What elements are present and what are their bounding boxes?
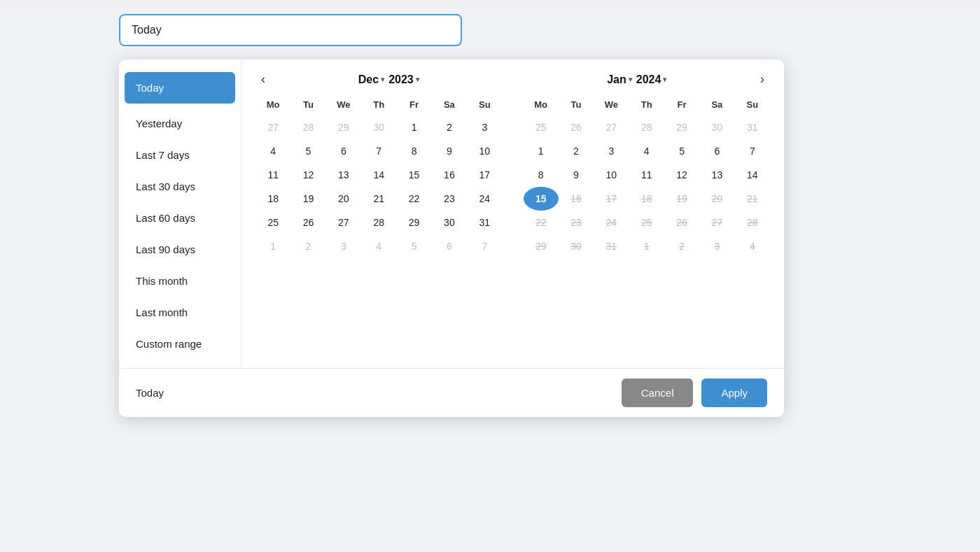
calendar-day[interactable]: 26	[559, 115, 594, 139]
calendar-right: Jan▾ 2024▾ › MoTuWeThFrSaSu 252627282930…	[524, 71, 771, 258]
calendar-day[interactable]: 11	[629, 163, 664, 187]
calendar-day[interactable]: 29	[396, 211, 431, 234]
calendar-day[interactable]: 1	[524, 139, 559, 163]
calendar-day[interactable]: 23	[432, 187, 467, 211]
calendar-day[interactable]: 12	[664, 163, 699, 187]
calendar-right-grid: MoTuWeThFrSaSu 2526272829303112345678910…	[524, 97, 771, 258]
calendar-day[interactable]: 10	[467, 139, 502, 163]
calendar-day[interactable]: 12	[290, 163, 326, 187]
calendar-day[interactable]: 6	[326, 139, 361, 163]
calendar-day[interactable]: 21	[361, 187, 396, 211]
calendar-day[interactable]: 25	[255, 211, 290, 234]
calendar-day: 16	[559, 187, 594, 211]
calendar-day[interactable]: 3	[594, 139, 629, 163]
calendar-day[interactable]: 18	[255, 187, 290, 211]
calendar-day[interactable]: 13	[699, 163, 734, 187]
calendar-day[interactable]: 1	[396, 115, 431, 139]
page-wrapper: TodayYesterdayLast 7 daysLast 30 daysLas…	[0, 7, 980, 552]
date-range-input[interactable]	[119, 14, 462, 46]
calendar-day[interactable]: 27	[255, 115, 290, 139]
calendar-day: 20	[699, 187, 734, 211]
calendar-day[interactable]: 16	[432, 163, 467, 187]
calendar-day[interactable]: 2	[290, 234, 326, 258]
calendar-day[interactable]: 11	[255, 163, 290, 187]
calendar-day[interactable]: 7	[361, 139, 396, 163]
calendar-day[interactable]: 8	[396, 139, 431, 163]
calendar-day[interactable]: 27	[594, 115, 629, 139]
calendar-week-row: 18192021222324	[255, 187, 503, 211]
calendar-day[interactable]: 15	[524, 187, 559, 211]
calendars-row: ‹ Dec▾ 2023▾ MoTuWeThFrSaSu	[255, 71, 770, 258]
cancel-button[interactable]: Cancel	[622, 378, 694, 407]
right-year-arrow: ▾	[663, 76, 666, 83]
calendar-day[interactable]: 2	[432, 115, 467, 139]
sidebar-item-today[interactable]: Today	[125, 72, 235, 104]
calendar-day[interactable]: 4	[255, 139, 290, 163]
calendar-day[interactable]: 6	[432, 234, 467, 258]
weekday-header: We	[326, 97, 361, 115]
weekday-header: Su	[467, 97, 502, 115]
calendar-day[interactable]: 7	[735, 139, 770, 163]
calendar-day[interactable]: 26	[290, 211, 326, 234]
next-month-button[interactable]: ›	[755, 71, 770, 88]
calendar-day[interactable]: 30	[699, 115, 734, 139]
sidebar-item-thismonth[interactable]: This month	[119, 265, 241, 297]
calendar-day[interactable]: 5	[290, 139, 326, 163]
weekday-header: Fr	[396, 97, 431, 115]
left-year: 2023	[388, 73, 414, 86]
calendar-day[interactable]: 1	[255, 234, 290, 258]
calendar-day: 24	[594, 211, 629, 234]
calendar-day[interactable]: 17	[467, 163, 502, 187]
calendar-week-row: 2930311234	[524, 234, 771, 258]
calendar-day[interactable]: 5	[664, 139, 699, 163]
calendar-day[interactable]: 31	[735, 115, 770, 139]
calendar-day[interactable]: 14	[361, 163, 396, 187]
calendar-day: 25	[629, 211, 664, 234]
footer-buttons: Cancel Apply	[622, 378, 767, 407]
calendar-left: ‹ Dec▾ 2023▾ MoTuWeThFrSaSu	[255, 71, 503, 258]
calendar-day[interactable]: 4	[629, 139, 664, 163]
calendar-day[interactable]: 22	[396, 187, 431, 211]
calendar-day[interactable]: 6	[699, 139, 734, 163]
calendar-day[interactable]: 5	[396, 234, 431, 258]
calendar-day[interactable]: 27	[326, 211, 361, 234]
calendar-day[interactable]: 9	[432, 139, 467, 163]
sidebar-item-lastmonth[interactable]: Last month	[119, 297, 241, 328]
calendar-day: 29	[524, 234, 559, 258]
sidebar-item-last60[interactable]: Last 60 days	[119, 202, 241, 234]
calendar-day[interactable]: 29	[326, 115, 361, 139]
calendar-day[interactable]: 15	[396, 163, 431, 187]
calendar-day[interactable]: 9	[559, 163, 594, 187]
calendar-day[interactable]: 29	[664, 115, 699, 139]
calendar-day[interactable]: 2	[559, 139, 594, 163]
calendar-day[interactable]: 10	[594, 163, 629, 187]
sidebar-item-yesterday[interactable]: Yesterday	[119, 108, 241, 139]
calendar-day[interactable]: 7	[467, 234, 502, 258]
calendar-day[interactable]: 30	[361, 115, 396, 139]
picker-body: TodayYesterdayLast 7 daysLast 30 daysLas…	[119, 59, 784, 368]
calendar-day[interactable]: 28	[629, 115, 664, 139]
calendar-day[interactable]: 8	[524, 163, 559, 187]
sidebar-item-last7[interactable]: Last 7 days	[119, 139, 241, 171]
calendar-day[interactable]: 19	[290, 187, 326, 211]
calendar-day[interactable]: 31	[467, 211, 502, 234]
calendar-day[interactable]: 30	[432, 211, 467, 234]
calendar-day[interactable]: 25	[524, 115, 559, 139]
apply-button[interactable]: Apply	[701, 378, 767, 407]
calendar-day[interactable]: 24	[467, 187, 502, 211]
calendar-day[interactable]: 3	[326, 234, 361, 258]
calendar-day[interactable]: 28	[290, 115, 326, 139]
prev-month-button[interactable]: ‹	[255, 71, 271, 88]
weekday-header: Fr	[664, 97, 699, 115]
calendar-day: 4	[735, 234, 770, 258]
calendar-day[interactable]: 4	[361, 234, 396, 258]
weekday-header: Tu	[290, 97, 326, 115]
sidebar-item-customrange[interactable]: Custom range	[119, 328, 241, 360]
calendar-day[interactable]: 3	[467, 115, 502, 139]
calendar-day[interactable]: 28	[361, 211, 396, 234]
calendar-day[interactable]: 14	[735, 163, 770, 187]
sidebar-item-last90[interactable]: Last 90 days	[119, 234, 241, 265]
sidebar-item-last30[interactable]: Last 30 days	[119, 171, 241, 202]
calendar-day[interactable]: 13	[326, 163, 361, 187]
calendar-day[interactable]: 20	[326, 187, 361, 211]
